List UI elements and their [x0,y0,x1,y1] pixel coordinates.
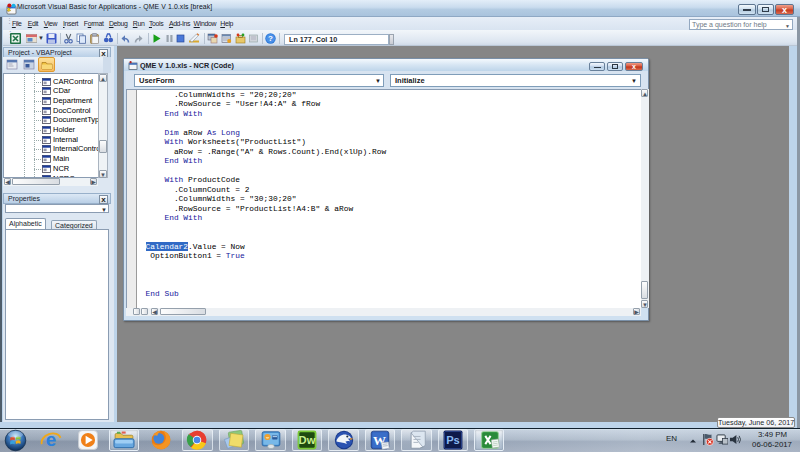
svg-text:Dw: Dw [299,434,316,446]
svg-text:e: e [46,429,57,450]
svg-text:Ps: Ps [446,434,460,446]
svg-text:?: ? [268,34,273,43]
